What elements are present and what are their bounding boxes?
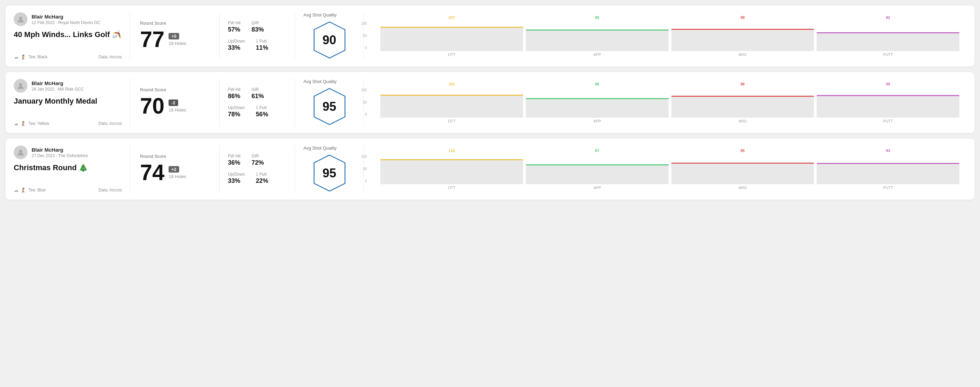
fw-hit-value: 57%: [228, 26, 240, 33]
score-row: 77 +5 18 Holes: [140, 29, 210, 51]
bar-axis-label: OTT: [448, 119, 455, 123]
user-details: Blair McHarg 29 Jan 2022 · Mill Ride GCC: [32, 80, 84, 92]
stats-row-top: FW Hit 36% GIR 72%: [228, 154, 286, 167]
one-putt-value: 56%: [256, 111, 268, 118]
card-quality: Avg Shot Quality 95: [295, 79, 364, 126]
fw-hit-stat: FW Hit 86%: [228, 87, 240, 100]
score-value: 77: [140, 29, 164, 51]
one-putt-stat: 1 Putt 56%: [256, 105, 268, 118]
bar-axis-label: OTT: [448, 186, 455, 190]
score-diff-badge: -2: [169, 100, 178, 106]
bag-icon: 🏌: [21, 54, 26, 60]
bar-axis-label: APP: [593, 52, 601, 57]
holes-label: 18 Holes: [169, 107, 186, 113]
fw-hit-stat: FW Hit 57%: [228, 21, 240, 33]
tee-label: Tee: Blue: [29, 188, 46, 192]
one-putt-label: 1 Putt: [256, 39, 268, 44]
bar-chart: 101 OTT 86 APP 96: [380, 82, 959, 123]
one-putt-value: 22%: [256, 178, 268, 185]
user-name: Blair McHarg: [32, 147, 88, 153]
fw-hit-label: FW Hit: [228, 21, 240, 25]
stats-row-top: FW Hit 57% GIR 83%: [228, 21, 286, 33]
card-quality: Avg Shot Quality 95: [295, 146, 364, 193]
round-title: 40 Mph Winds... Links Golf 🪃: [14, 30, 122, 39]
hexagon-container: 90: [304, 20, 355, 60]
data-source: Data: Arccos: [99, 54, 122, 59]
card-left: Blair McHarg 29 Jan 2022 · Mill Ride GCC…: [14, 79, 130, 126]
card-chart: 100 50 0 107 OTT 95: [364, 12, 966, 60]
card-stats: FW Hit 86% GIR 61% Up/Down 78% 1 Putt: [220, 79, 295, 126]
bar-axis-label: ARG: [738, 186, 746, 190]
up-down-value: 33%: [228, 44, 245, 51]
holes-label: 18 Holes: [169, 41, 186, 46]
up-down-stat: Up/Down 33%: [228, 39, 245, 51]
user-info: Blair McHarg 27 Dec 2021 · The Oxfordshi…: [14, 146, 122, 159]
card-footer: ☁ 🏌 Tee: Yellow Data: Arccos: [14, 121, 122, 126]
chart-y-axis: 100 50 0: [361, 155, 367, 183]
hexagon-container: 95: [304, 153, 355, 193]
gir-value: 83%: [251, 26, 264, 33]
bar-group-arg: 95 ARG: [671, 149, 814, 190]
stats-row-top: FW Hit 86% GIR 61%: [228, 87, 286, 100]
card-left: Blair McHarg 12 Feb 2022 · Royal North D…: [14, 12, 130, 60]
bar-value: 87: [595, 149, 599, 153]
bar-group-ott: 110 OTT: [380, 149, 523, 190]
card-stats: FW Hit 36% GIR 72% Up/Down 33% 1 Putt: [220, 146, 295, 193]
one-putt-label: 1 Putt: [256, 172, 268, 177]
weather-icon: ☁: [14, 187, 19, 193]
fw-hit-label: FW Hit: [228, 87, 240, 92]
stats-row-bottom: Up/Down 78% 1 Putt 56%: [228, 105, 286, 118]
score-diff-badge: +5: [169, 33, 179, 40]
gir-value: 61%: [251, 93, 264, 100]
card-stats: FW Hit 57% GIR 83% Up/Down 33% 1 Putt: [220, 12, 295, 60]
bar-group-arg: 96 ARG: [671, 82, 814, 123]
user-name: Blair McHarg: [32, 80, 84, 86]
fw-hit-stat: FW Hit 36%: [228, 154, 240, 167]
user-name: Blair McHarg: [32, 14, 100, 19]
gir-value: 72%: [251, 159, 264, 167]
tee-label: Tee: Black: [29, 54, 48, 59]
bar-axis-label: APP: [593, 186, 601, 190]
hexagon: 95: [312, 153, 347, 193]
data-source: Data: Arccos: [99, 188, 122, 192]
hexagon: 90: [312, 20, 347, 60]
avatar: [14, 12, 27, 26]
bar-axis-label: APP: [593, 119, 601, 123]
bar-value: 95: [595, 16, 599, 19]
card-middle: Round Score 77 +5 18 Holes: [130, 12, 220, 60]
chart-y-axis: 100 50 0: [361, 22, 367, 50]
bar-axis-label: OTT: [448, 52, 455, 57]
score-row: 70 -2 18 Holes: [140, 95, 210, 117]
user-details: Blair McHarg 12 Feb 2022 · Royal North D…: [32, 14, 100, 25]
round-score-label: Round Score: [140, 21, 210, 26]
one-putt-stat: 1 Putt 22%: [256, 172, 268, 185]
score-diff-badge: +2: [169, 166, 179, 173]
round-card: Blair McHarg 29 Jan 2022 · Mill Ride GCC…: [5, 72, 975, 133]
card-chart: 100 50 0 110 OTT 87: [364, 146, 966, 193]
round-card: Blair McHarg 12 Feb 2022 · Royal North D…: [5, 5, 975, 67]
one-putt-value: 11%: [256, 44, 268, 51]
bar-axis-label: PUTT: [883, 186, 893, 190]
user-date-course: 12 Feb 2022 · Royal North Devon GC: [32, 20, 100, 25]
data-source: Data: Arccos: [99, 121, 122, 126]
bar-value: 107: [449, 16, 455, 19]
up-down-label: Up/Down: [228, 105, 245, 110]
quality-score: 95: [322, 100, 336, 114]
tee-info: ☁ 🏌 Tee: Yellow: [14, 121, 49, 126]
up-down-stat: Up/Down 33%: [228, 172, 245, 185]
weather-icon: ☁: [14, 54, 19, 60]
user-details: Blair McHarg 27 Dec 2021 · The Oxfordshi…: [32, 147, 88, 158]
bar-value: 99: [886, 82, 890, 86]
bar-group-ott: 101 OTT: [380, 82, 523, 123]
score-row: 74 +2 18 Holes: [140, 162, 210, 184]
card-middle: Round Score 70 -2 18 Holes: [130, 79, 220, 126]
tee-info: ☁ 🏌 Tee: Blue: [14, 187, 46, 193]
score-value: 74: [140, 162, 164, 184]
bar-axis-label: ARG: [738, 52, 746, 57]
gir-label: GIR: [251, 154, 264, 159]
bar-group-putt: 99 PUTT: [817, 82, 959, 123]
score-value: 70: [140, 95, 164, 117]
bar-chart: 107 OTT 95 APP 98: [380, 16, 959, 57]
card-quality: Avg Shot Quality 90: [295, 12, 364, 60]
avg-quality-label: Avg Shot Quality: [304, 12, 337, 17]
